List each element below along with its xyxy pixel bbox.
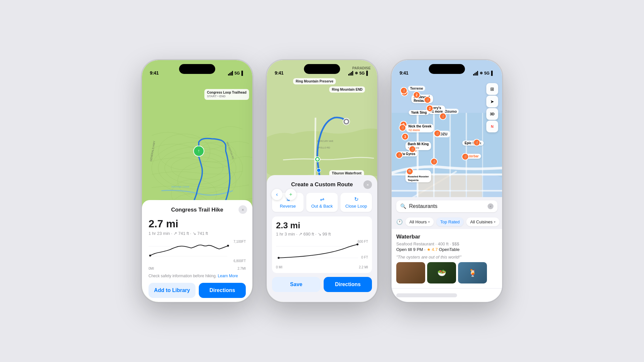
svg-text:GENERALS HWY: GENERALS HWY <box>150 140 156 162</box>
restaurant-photo-3: 🍹 <box>458 262 487 283</box>
safety-info: Check safety information before hiking. … <box>149 274 246 278</box>
route-distance: 2.3 mi <box>276 220 368 231</box>
add-to-library-button[interactable]: Add to Library <box>149 283 196 298</box>
svg-point-0 <box>152 142 243 194</box>
custom-route-sheet: Create a Custom Route × ⇅ Reverse ⇌ Out … <box>267 175 377 302</box>
battery-2: ▌ <box>366 71 369 76</box>
filter-row: 🕐 All Hours ▾ Top Rated All Cuisines ▾ <box>392 215 502 229</box>
ring-mountain-end-label: Ring Mountain END <box>329 86 365 93</box>
distance-labels-1: 0MI 2.7MI <box>149 267 246 270</box>
restaurant-quote: "The oysters are out of this world!" <box>396 255 497 260</box>
restaurant-status: Open till 9 PM · ★ 4.7 OpenTable <box>396 247 497 252</box>
top-rated-filter[interactable]: Top Rated <box>436 217 464 226</box>
status-icons-3: ⊛ 5G ▌ <box>473 71 494 76</box>
svg-point-28 <box>316 158 319 161</box>
route-sheet-title: Create a Custom Route <box>281 181 363 188</box>
all-cuisines-filter[interactable]: All Cuisines ▾ <box>466 217 499 226</box>
battery-1: ▌ <box>242 71 244 76</box>
learn-more-link[interactable]: Learn More <box>218 274 238 278</box>
svg-point-18 <box>227 245 229 247</box>
route-elevation-low: 0 FT <box>361 256 368 259</box>
restaurant-name: Waterbar <box>396 234 497 240</box>
food-pin-9: 🍴 <box>430 158 438 165</box>
restaurant-card-next <box>392 288 502 302</box>
back-button[interactable]: ‹ <box>271 189 283 200</box>
ring-mountain-preserve-label: Ring Mountain Preserve <box>293 78 336 84</box>
pin-terrene: Terrene <box>408 86 425 91</box>
svg-point-35 <box>278 257 280 259</box>
food-pin-5: 🍴 <box>434 130 441 137</box>
svg-point-4 <box>178 162 236 201</box>
svg-point-2 <box>165 152 230 184</box>
elevation-chart-1: 7,100FT 6,800FT <box>149 240 246 263</box>
add-waypoint-button[interactable]: + <box>285 189 296 200</box>
pin-count-3: 3 <box>402 133 409 140</box>
svg-text:Sherman Creek: Sherman Creek <box>171 185 190 188</box>
chevron-icon-cuisines: ▾ <box>494 220 495 224</box>
svg-point-8 <box>197 142 236 168</box>
all-hours-filter[interactable]: All Hours ▾ <box>405 217 434 226</box>
directions-button-1[interactable]: Directions <box>199 283 246 298</box>
svg-point-29 <box>343 118 350 125</box>
food-pin-7: 🍴 <box>409 146 416 153</box>
signal-3 <box>473 71 478 76</box>
search-clear-button[interactable]: × <box>488 203 494 209</box>
out-back-button[interactable]: ⇌ Out & Back <box>306 193 338 212</box>
pin-count-2a: 2 <box>413 91 420 99</box>
signal-2 <box>348 71 353 76</box>
compass-button[interactable]: N <box>486 121 498 132</box>
save-route-button[interactable]: Save <box>272 277 320 292</box>
action-buttons: Add to Library Directions <box>149 283 246 298</box>
svg-rect-54 <box>451 175 466 190</box>
layers-button[interactable]: ⊞ <box>486 83 498 95</box>
dynamic-island-2 <box>304 64 340 74</box>
restaurant-photo-1 <box>396 262 425 283</box>
food-pin-2: 🍴 <box>424 96 431 103</box>
search-icon: 🔍 <box>400 203 406 209</box>
route-stats-area: 2.3 mi 1 hr 3 min · ↗ 690 ft · ↘ 99 ft <box>272 216 372 273</box>
phone-2: MERCURY AVE APOLLO RD PARADISE DRIVE LIT… <box>266 59 378 303</box>
signal-1 <box>228 71 233 76</box>
phone-3: 🍴 Terrene BoulevardRestaurant Perry's+1 … <box>391 59 503 303</box>
3d-button[interactable]: 3D <box>486 108 498 120</box>
restaurant-card-waterbar[interactable]: Waterbar Seafood Restaurant · 400 ft · $… <box>392 229 502 288</box>
hike-stats: 1 hr 23 min · ↗ 741 ft · ↘ 741 ft <box>149 231 246 236</box>
next-card-placeholder <box>396 293 457 297</box>
phones-container: GENERALS HWY WOLVERTON RD FOREST DR Sher… <box>141 59 503 303</box>
svg-text:MERCURY AVE: MERCURY AVE <box>317 140 334 142</box>
restaurant-photo-2: 🥗 <box>427 262 456 283</box>
dynamic-island-3 <box>429 64 465 74</box>
close-sheet-button[interactable]: × <box>239 205 247 214</box>
food-pin-4: 🍴 <box>399 124 406 131</box>
restaurant-photos: 🥗 🍹 <box>396 262 497 283</box>
svg-point-7 <box>158 134 210 170</box>
svg-text:WOLVERTON RD: WOLVERTON RD <box>226 141 235 159</box>
close-loop-button[interactable]: ↻ Close Loop <box>340 193 372 212</box>
svg-point-13 <box>194 146 204 156</box>
svg-point-32 <box>317 168 321 172</box>
pin-nick-greek: Nick the Greek+2 more <box>406 124 434 132</box>
clock-filter-icon: 🕐 <box>396 219 403 225</box>
svg-point-1 <box>158 147 236 189</box>
restaurants-sheet: 🔍 Restaurants × 🕐 All Hours ▾ Top Rated <box>392 197 502 302</box>
route-action-row: Save Directions <box>272 277 372 292</box>
svg-text:↑: ↑ <box>197 148 200 153</box>
svg-point-36 <box>356 243 358 245</box>
dynamic-island <box>179 64 215 74</box>
hike-title: Congress Trail Hike <box>149 207 246 213</box>
search-box[interactable]: 🔍 Restaurants × <box>396 200 497 212</box>
time-3: 9:41 <box>400 70 408 76</box>
directions-button-2[interactable]: Directions <box>324 277 372 292</box>
phone-1: GENERALS HWY WOLVERTON RD FOREST DR Sher… <box>141 59 253 303</box>
out-back-icon: ⇌ <box>320 196 324 202</box>
network-2: 5G <box>359 71 365 76</box>
status-icons-1: 5G ▌ <box>228 71 244 76</box>
wifi-3: ⊛ <box>480 71 483 75</box>
search-query: Restaurants <box>409 203 485 209</box>
close-route-button[interactable]: × <box>363 180 372 189</box>
location-button[interactable]: ➤ <box>486 96 498 107</box>
restaurant-meta: Seafood Restaurant · 400 ft · $$$ <box>396 241 497 246</box>
food-pin-1: 🍴 <box>400 87 407 94</box>
svg-point-17 <box>149 255 151 257</box>
pin-yank-sing: Yank Sing <box>409 110 429 115</box>
